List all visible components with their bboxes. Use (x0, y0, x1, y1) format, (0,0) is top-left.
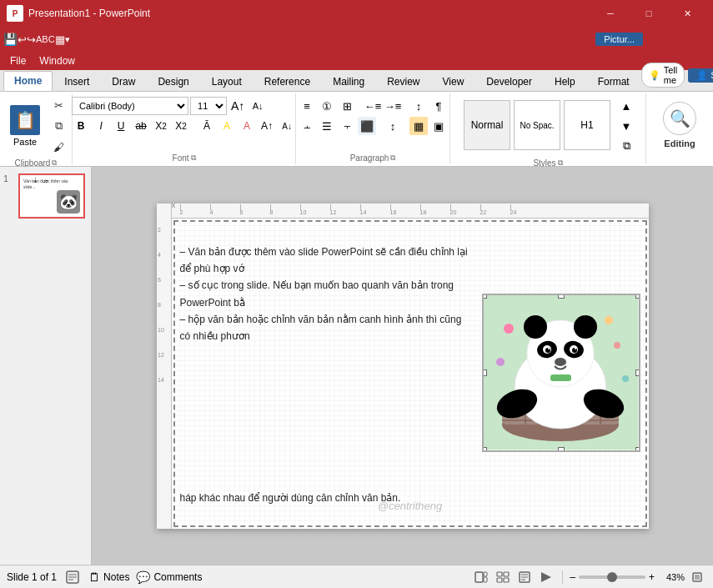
fit-slide-button[interactable] (688, 568, 706, 586)
comments-button[interactable]: 💬 Comments (136, 570, 202, 584)
strikethrough-button[interactable]: ab (132, 117, 150, 135)
line-spacing-button[interactable]: ↕ (384, 117, 402, 135)
bold-button[interactable]: B (72, 117, 90, 135)
style-normal[interactable]: Normal (464, 100, 510, 150)
zoom-out-button[interactable]: – (570, 571, 575, 583)
superscript-button[interactable]: X2 (172, 117, 190, 135)
svg-point-4 (496, 358, 505, 366)
maximize-button[interactable]: □ (630, 0, 668, 27)
reading-view-button[interactable] (515, 568, 534, 586)
tab-mailing[interactable]: Mailing (322, 72, 375, 91)
svg-point-29 (555, 358, 566, 366)
decrease-indent-button[interactable]: ←≡ (364, 97, 382, 115)
decrease-font-button[interactable]: A↓ (249, 97, 267, 115)
style-heading1[interactable]: H1 (564, 100, 610, 150)
slide-sorter-button[interactable] (494, 568, 512, 586)
bullets-button[interactable]: ≡ (298, 97, 316, 115)
show-marks-button[interactable]: ¶ (429, 97, 448, 115)
styles-scroll-up[interactable]: ▲ (617, 97, 635, 115)
menu-window[interactable]: Window (33, 53, 82, 68)
share-button[interactable]: 👤 Share (688, 68, 713, 83)
more-button[interactable]: ▾ (65, 34, 70, 45)
format-button[interactable]: ▦ (55, 33, 65, 46)
italic-button[interactable]: I (92, 117, 110, 135)
tab-developer[interactable]: Developer (475, 72, 543, 91)
increase-font-button[interactable]: A↑ (228, 97, 247, 115)
subscript-button[interactable]: X2 (152, 117, 170, 135)
underline-button[interactable]: U (112, 117, 130, 135)
zoom-in-button[interactable]: + (649, 571, 655, 583)
align-right-button[interactable]: ⫟ (338, 117, 356, 135)
slide-text-line-3: – hộp văn bản hoặc chỉnh văn bản nằm can… (180, 311, 474, 345)
font-color-button[interactable]: A (238, 117, 256, 135)
align-left-button[interactable]: ⫠ (298, 117, 316, 135)
slide-text-block[interactable]: – Văn bản được thêm vào slide PowerPoint… (180, 244, 474, 345)
style-no-spacing[interactable]: No Spac. (514, 100, 560, 150)
zoom-slider[interactable] (579, 575, 645, 579)
menu-file[interactable]: File (3, 53, 33, 68)
cut-button[interactable]: ✂ (48, 95, 68, 115)
redo-button[interactable]: ↪ (27, 33, 36, 46)
slide-content: – Văn bản được thêm vào slide PowerPoint… (172, 219, 649, 529)
search-button[interactable]: 🔍 (663, 102, 696, 135)
tab-review[interactable]: Review (376, 72, 430, 91)
tab-insert[interactable]: Insert (53, 72, 100, 91)
handle-top-right[interactable] (635, 294, 640, 299)
zoom-thumb[interactable] (607, 572, 617, 582)
tab-draw[interactable]: Draw (101, 72, 146, 91)
normal-view-button[interactable] (472, 568, 490, 586)
tab-view[interactable]: View (432, 72, 475, 91)
font-size-up2-button[interactable]: A↑ (258, 117, 276, 135)
handle-bot-center[interactable] (558, 447, 565, 452)
close-button[interactable]: ✕ (668, 0, 706, 27)
minimize-button[interactable]: ─ (591, 0, 630, 27)
tab-help[interactable]: Help (544, 72, 586, 91)
font-name-select[interactable]: Calibri (Body) (72, 97, 188, 115)
tab-reference[interactable]: Reference (254, 72, 321, 91)
font-size-dn2-button[interactable]: A↓ (278, 117, 296, 135)
tab-home[interactable]: Home (3, 71, 53, 91)
undo-button[interactable]: ↩ (18, 33, 27, 46)
spelling-button[interactable]: ABC (36, 34, 55, 44)
format-painter-button[interactable]: 🖌 (48, 137, 68, 157)
sort-button[interactable]: ↕ (409, 97, 428, 115)
paste-button[interactable]: 📋 Paste (3, 103, 47, 148)
notes-button[interactable]: 🗒 Notes (88, 570, 129, 584)
slide-thumbnail-1[interactable]: 1 Văn bản được thêm vào slide... 🐼 (3, 173, 88, 219)
tab-format[interactable]: Format (587, 72, 640, 91)
tell-me-button[interactable]: 💡 Tell me (641, 63, 685, 88)
slide-notes-icon[interactable] (63, 568, 82, 586)
borders-button[interactable]: ▣ (429, 117, 448, 135)
shading-button[interactable]: ▦ (409, 117, 428, 135)
multilevel-button[interactable]: ⊞ (338, 97, 356, 115)
font-size-select[interactable]: 11 (190, 97, 227, 115)
styles-scroll-down[interactable]: ▼ (617, 117, 635, 135)
justify-button[interactable]: ⬛ (358, 117, 376, 135)
handle-mid-right[interactable] (635, 369, 640, 376)
handle-bot-left[interactable] (482, 447, 487, 452)
slide-thumb-image[interactable]: Văn bản được thêm vào slide... 🐼 (18, 173, 85, 219)
clear-format-button[interactable]: Ā (198, 117, 216, 135)
slide-canvas[interactable]: L X | 2 | 4 | 6 | 8 | 10 | (157, 204, 649, 529)
handle-bot-right[interactable] (635, 447, 640, 452)
handle-mid-left[interactable] (482, 369, 487, 376)
pictur-label: Pictur... (595, 33, 643, 46)
slideshow-button[interactable] (537, 568, 555, 586)
panda-image[interactable] (482, 294, 640, 452)
tab-design[interactable]: Design (147, 72, 199, 91)
align-center-button[interactable]: ☰ (318, 117, 336, 135)
slide-text-line-1: – Văn bản được thêm vào slide PowerPoint… (180, 244, 474, 278)
font-expand-icon[interactable]: ⧉ (191, 153, 196, 163)
paragraph-expand-icon[interactable]: ⧉ (390, 153, 395, 163)
canvas-area: L X | 2 | 4 | 6 | 8 | 10 | (92, 167, 713, 565)
increase-indent-button[interactable]: →≡ (384, 97, 402, 115)
save-button[interactable]: 💾 (3, 33, 18, 46)
copy-button[interactable]: ⧉ (48, 116, 68, 136)
styles-expand[interactable]: ⧉ (617, 137, 635, 155)
text-highlight-button[interactable]: A (218, 117, 236, 135)
numbering-button[interactable]: ① (318, 97, 336, 115)
tab-layout[interactable]: Layout (201, 72, 253, 91)
handle-top-left[interactable] (482, 294, 487, 299)
handle-top-center[interactable] (558, 294, 565, 299)
svg-rect-35 (475, 572, 483, 582)
